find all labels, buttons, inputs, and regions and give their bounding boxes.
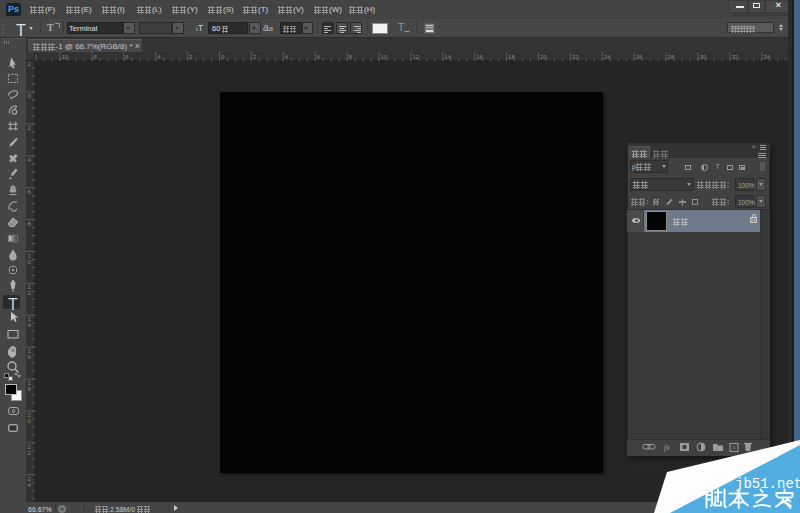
- svg-text:2: 2: [253, 54, 257, 60]
- svg-text:2: 2: [28, 450, 32, 456]
- svg-text:2: 2: [189, 54, 193, 60]
- svg-text:jb51.net: jb51.net: [735, 476, 800, 492]
- svg-text:2: 2: [28, 290, 32, 296]
- svg-text:0: 0: [28, 418, 32, 424]
- svg-text:4: 4: [285, 54, 289, 60]
- svg-text:6: 6: [317, 54, 321, 60]
- svg-text:2: 2: [28, 61, 32, 67]
- svg-text:2: 2: [28, 125, 32, 131]
- svg-text:6: 6: [125, 54, 129, 60]
- svg-text:6: 6: [28, 354, 32, 360]
- svg-text:4: 4: [157, 54, 161, 60]
- svg-text:4: 4: [28, 482, 32, 488]
- svg-text:0: 0: [28, 259, 32, 265]
- svg-text:8: 8: [28, 221, 32, 227]
- svg-text:8: 8: [28, 386, 32, 392]
- svg-text:6: 6: [28, 189, 32, 195]
- svg-text:0: 0: [221, 54, 225, 60]
- svg-text:0: 0: [28, 93, 32, 99]
- svg-text:4: 4: [28, 157, 32, 163]
- svg-text:8: 8: [349, 54, 353, 60]
- svg-text:4: 4: [28, 322, 32, 328]
- svg-text:8: 8: [93, 54, 97, 60]
